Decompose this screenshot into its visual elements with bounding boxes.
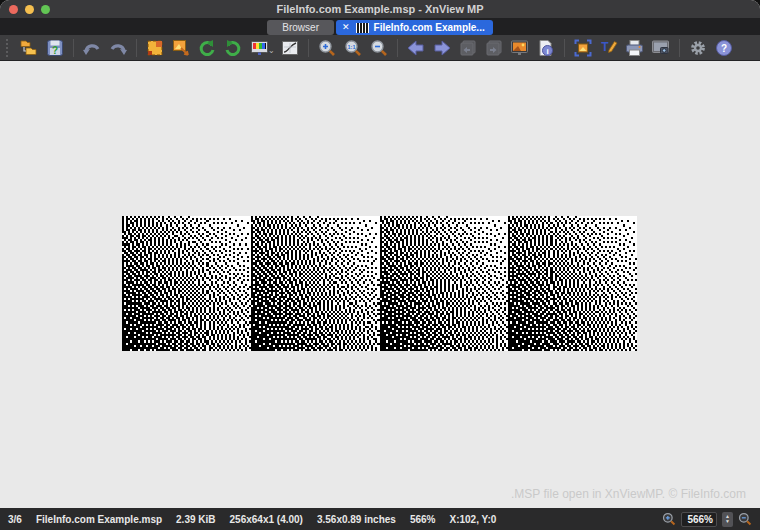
main-toolbar: ? xyxy=(0,35,760,61)
status-zoom: 566% xyxy=(410,514,436,525)
tab-thumbnail-icon xyxy=(356,23,369,33)
status-dimensions: 256x64x1 (4.00) xyxy=(230,514,303,525)
zoom-in-icon[interactable] xyxy=(662,512,676,526)
svg-text:i: i xyxy=(547,46,549,55)
tab-active-label: FileInfo.com Example... xyxy=(374,22,485,33)
title-bar: FileInfo.com Example.msp - XnView MP xyxy=(0,0,760,18)
status-print-size: 3.56x0.89 inches xyxy=(317,514,396,525)
xnview-window: FileInfo.com Example.msp - XnView MP Bro… xyxy=(0,0,760,530)
tab-browser-label: Browser xyxy=(282,22,319,33)
window-title: FileInfo.com Example.msp - XnView MP xyxy=(0,0,760,18)
stepper-down-icon[interactable]: ▼ xyxy=(725,519,730,524)
toolbar-separator xyxy=(564,39,565,57)
zoom-out-icon[interactable] xyxy=(366,37,392,59)
previous-image-icon[interactable] xyxy=(403,37,429,59)
tab-bar: Browser ✕ FileInfo.com Example... xyxy=(0,18,760,35)
undo-icon[interactable] xyxy=(79,37,105,59)
status-filename: FileInfo.com Example.msp xyxy=(36,514,162,525)
next-image-icon[interactable] xyxy=(429,37,455,59)
slideshow-icon[interactable] xyxy=(507,37,533,59)
adjust-colors-dropdown-icon[interactable]: ⌄ xyxy=(268,46,275,55)
browse-icon[interactable] xyxy=(16,37,42,59)
tab-active-image[interactable]: ✕ FileInfo.com Example... xyxy=(336,20,493,35)
toolbar-separator xyxy=(136,39,137,57)
crop-icon[interactable] xyxy=(142,37,168,59)
zoom-out-icon[interactable] xyxy=(738,512,752,526)
svg-text:1:1: 1:1 xyxy=(347,44,355,50)
info-icon[interactable]: i xyxy=(533,37,559,59)
toolbar-separator xyxy=(308,39,309,57)
status-filesize: 2.39 KiB xyxy=(176,514,215,525)
svg-text:?: ? xyxy=(52,45,58,56)
first-page-icon-disabled[interactable] xyxy=(455,37,481,59)
toolbar-grip[interactable] xyxy=(6,39,11,57)
toolbar-separator xyxy=(73,39,74,57)
fullscreen-icon[interactable] xyxy=(570,37,596,59)
tab-browser[interactable]: Browser xyxy=(267,20,334,35)
zoom-value-input[interactable]: 566% xyxy=(681,512,717,527)
capture-icon[interactable] xyxy=(648,37,674,59)
svg-text:?: ? xyxy=(721,43,727,54)
zoom-in-icon[interactable] xyxy=(314,37,340,59)
msp-image[interactable] xyxy=(122,216,637,351)
help-icon[interactable]: ? xyxy=(711,37,737,59)
redo-icon[interactable] xyxy=(105,37,131,59)
status-index: 3/6 xyxy=(8,514,22,525)
toolbar-separator xyxy=(397,39,398,57)
zoom-control: 566% ▲ ▼ xyxy=(662,512,752,527)
print-icon[interactable] xyxy=(622,37,648,59)
svg-text:T: T xyxy=(601,40,609,54)
status-bar: 3/6 FileInfo.com Example.msp 2.39 KiB 25… xyxy=(0,508,760,530)
settings-gear-icon[interactable] xyxy=(685,37,711,59)
edit-icon[interactable]: T xyxy=(596,37,622,59)
rotate-left-icon[interactable] xyxy=(194,37,220,59)
rotate-right-icon[interactable] xyxy=(220,37,246,59)
resize-icon[interactable] xyxy=(168,37,194,59)
watermark-text: .MSP file open in XnViewMP. © FileInfo.c… xyxy=(511,487,746,501)
tab-close-icon[interactable]: ✕ xyxy=(336,20,356,35)
save-icon[interactable]: ? xyxy=(42,37,68,59)
status-cursor-pos: X:102, Y:0 xyxy=(449,514,496,525)
zoom-1-1-icon[interactable]: 1:1 xyxy=(340,37,366,59)
zoom-stepper[interactable]: ▲ ▼ xyxy=(722,512,733,527)
last-page-icon-disabled[interactable] xyxy=(481,37,507,59)
toolbar-separator xyxy=(679,39,680,57)
histogram-icon[interactable] xyxy=(277,37,303,59)
image-view-area: .MSP file open in XnViewMP. © FileInfo.c… xyxy=(0,61,760,508)
